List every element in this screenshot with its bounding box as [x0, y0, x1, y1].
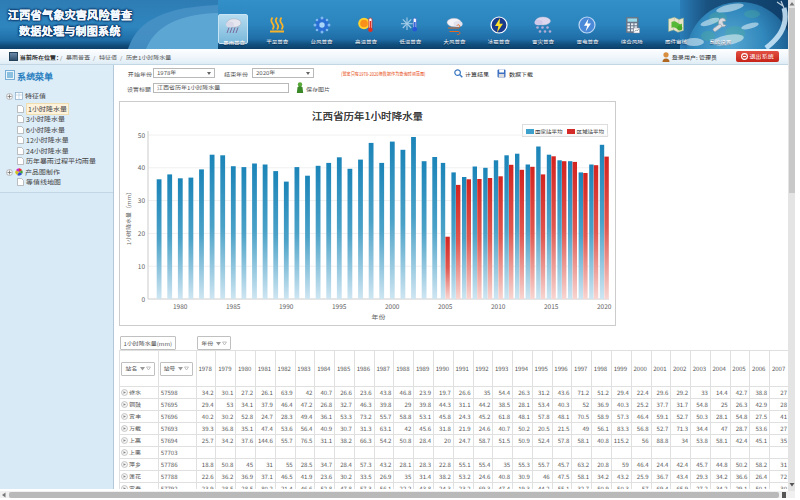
svg-text:2005: 2005: [438, 301, 453, 311]
svg-text:2000: 2000: [385, 301, 400, 311]
svg-text:30: 30: [138, 195, 146, 205]
svg-text:2020: 2020: [597, 301, 612, 311]
svg-text:0: 0: [141, 294, 145, 304]
svg-text:1995: 1995: [332, 301, 347, 311]
svg-text:1990: 1990: [279, 301, 294, 311]
svg-text:10: 10: [138, 261, 146, 271]
svg-text:50: 50: [138, 130, 146, 140]
svg-text:2010: 2010: [491, 301, 506, 311]
svg-text:1985: 1985: [226, 301, 241, 311]
svg-text:2015: 2015: [544, 301, 559, 311]
svg-text:1小时降水量（mm）: 1小时降水量（mm）: [124, 189, 133, 245]
svg-text:年份: 年份: [372, 312, 386, 322]
svg-text:20: 20: [138, 228, 146, 238]
svg-text:40: 40: [138, 162, 146, 172]
svg-text:1980: 1980: [173, 301, 188, 311]
